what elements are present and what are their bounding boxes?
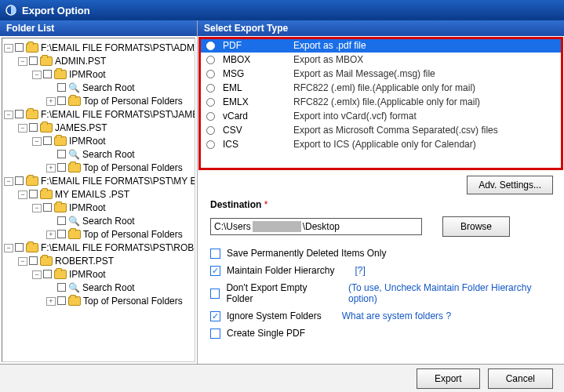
tree-checkbox[interactable]: [57, 96, 66, 105]
tree-expander[interactable]: +: [46, 164, 56, 172]
tree-item[interactable]: JAMES.PST: [55, 122, 107, 133]
export-type-row-vcard[interactable]: vCardExport into vCard(.vcf) format: [200, 109, 562, 123]
tree-item[interactable]: ROBERT.PST: [55, 256, 114, 267]
tree-item[interactable]: MY EMAILS .PST: [55, 189, 129, 200]
folder-icon: [54, 203, 67, 212]
radio-icon[interactable]: [206, 42, 215, 50]
tree-expander[interactable]: −: [32, 204, 42, 212]
tree-item[interactable]: Top of Personal Folders: [83, 296, 183, 307]
tree-expander[interactable]: −: [32, 137, 42, 146]
tree-checkbox[interactable]: [43, 270, 52, 278]
help-link[interactable]: [?]: [355, 265, 365, 276]
tree-item[interactable]: Top of Personal Folders: [83, 162, 183, 173]
tree-item[interactable]: IPMRoot: [69, 136, 106, 147]
tree-expander[interactable]: −: [32, 270, 42, 279]
tree-expander[interactable]: −: [18, 257, 27, 266]
tree-item[interactable]: ADMIN.PST: [55, 56, 106, 67]
tree-expander[interactable]: −: [4, 44, 13, 53]
folder-tree[interactable]: −F:\EMAIL FILE FORMATS\PST\ADM −ADMIN.PS…: [2, 38, 195, 362]
tree-checkbox[interactable]: [29, 256, 38, 265]
export-type-row-pdf[interactable]: PDFExport as .pdf file: [200, 38, 562, 53]
help-link[interactable]: What are system folders ?: [342, 310, 451, 321]
destination-input[interactable]: C:\Users\Desktop: [210, 218, 422, 235]
tree-checkbox[interactable]: [15, 243, 24, 252]
tree-checkbox[interactable]: [29, 190, 38, 198]
folder-list-header: Folder List: [0, 20, 197, 36]
checkbox-deleted[interactable]: [210, 249, 220, 259]
tree-checkbox[interactable]: [57, 83, 66, 92]
radio-icon[interactable]: [206, 98, 215, 107]
opt-label: Ignore System Folders: [227, 310, 322, 321]
tree-checkbox[interactable]: [57, 296, 66, 305]
cancel-button[interactable]: Cancel: [488, 368, 553, 389]
tree-expander[interactable]: +: [46, 230, 56, 239]
radio-icon[interactable]: [206, 84, 215, 93]
export-type-row-emlx[interactable]: EMLXRFC822 (.emlx) file.(Applicable only…: [200, 95, 562, 109]
tree-expander[interactable]: +: [46, 97, 56, 106]
tree-expander[interactable]: −: [18, 124, 27, 132]
tree-item[interactable]: Search Root: [82, 82, 135, 93]
export-type-row-ics[interactable]: ICSExport to ICS (Applicable only for Ca…: [200, 137, 562, 151]
folder-icon: [68, 163, 81, 172]
tree-checkbox[interactable]: [57, 163, 66, 172]
tree-expander[interactable]: −: [4, 111, 13, 119]
tree-checkbox[interactable]: [29, 56, 38, 65]
tree-root[interactable]: F:\EMAIL FILE FORMATS\PST\JAME: [41, 109, 195, 120]
export-button[interactable]: Export: [417, 368, 480, 389]
tree-root[interactable]: F:\EMAIL FILE FORMATS\PST\ADM: [41, 42, 195, 53]
tree-item[interactable]: IPMRoot: [69, 69, 106, 80]
adv-settings-button[interactable]: Adv. Settings...: [467, 176, 553, 194]
checkbox-system[interactable]: ✓: [210, 311, 220, 321]
tree-expander[interactable]: −: [18, 191, 27, 199]
folder-icon: [40, 123, 53, 132]
tree-root[interactable]: F:\EMAIL FILE FORMATS\PST\ROBE: [41, 242, 195, 253]
tree-item[interactable]: Top of Personal Folders: [83, 96, 183, 107]
tree-checkbox[interactable]: [29, 123, 38, 132]
tree-checkbox[interactable]: [15, 110, 24, 118]
export-type-list[interactable]: PDFExport as .pdf file MBOXExport as MBO…: [199, 38, 562, 169]
tree-expander[interactable]: −: [18, 57, 27, 66]
export-type-row-mbox[interactable]: MBOXExport as MBOX: [200, 53, 562, 67]
tree-checkbox[interactable]: [57, 230, 66, 238]
folder-icon: [68, 96, 81, 106]
tree-item[interactable]: Top of Personal Folders: [83, 229, 183, 240]
tree-checkbox[interactable]: [15, 176, 24, 185]
tree-expander[interactable]: −: [4, 177, 13, 186]
radio-icon[interactable]: [206, 56, 215, 64]
folder-icon: [26, 243, 38, 252]
radio-icon[interactable]: [206, 126, 215, 135]
tree-checkbox[interactable]: [15, 43, 24, 52]
tree-expander[interactable]: −: [4, 244, 13, 252]
export-type-row-csv[interactable]: CSVExport as Microsoft Comma Separated(.…: [200, 123, 562, 137]
tree-root[interactable]: F:\EMAIL FILE FORMATS\PST\MY E: [41, 176, 195, 187]
checkbox-singlepdf[interactable]: [210, 328, 220, 339]
tree-checkbox[interactable]: [43, 70, 52, 78]
opt-label: Maintain Folder Hierarchy: [227, 265, 334, 276]
destination-label: Destination: [210, 199, 261, 210]
tree-checkbox[interactable]: [43, 136, 52, 145]
opt-label: Save Permanently Deleted Items Only: [227, 248, 386, 259]
browse-button[interactable]: Browse: [442, 216, 510, 237]
redacted-block: [253, 221, 301, 232]
export-type-row-msg[interactable]: MSGExport as Mail Message(.msg) file: [200, 67, 562, 81]
export-type-row-eml[interactable]: EMLRFC822 (.eml) file.(Applicable only f…: [200, 81, 562, 95]
app-icon: [5, 4, 17, 16]
tree-checkbox[interactable]: [57, 216, 66, 225]
checkbox-empty[interactable]: [210, 289, 220, 299]
tree-item[interactable]: IPMRoot: [69, 202, 106, 213]
tree-checkbox[interactable]: [57, 150, 66, 158]
tree-item[interactable]: Search Root: [82, 216, 135, 227]
radio-icon[interactable]: [206, 112, 215, 121]
radio-icon[interactable]: [206, 140, 215, 149]
tree-item[interactable]: Search Root: [82, 282, 135, 293]
checkbox-hierarchy[interactable]: ✓: [210, 266, 220, 276]
tree-item[interactable]: Search Root: [82, 149, 135, 160]
tree-checkbox[interactable]: [43, 203, 52, 212]
search-icon: 🔍: [68, 282, 80, 293]
opt-label: Create Single PDF: [227, 328, 305, 339]
tree-expander[interactable]: −: [32, 71, 42, 79]
tree-checkbox[interactable]: [57, 283, 66, 292]
tree-expander[interactable]: +: [46, 297, 56, 306]
radio-icon[interactable]: [206, 70, 215, 78]
tree-item[interactable]: IPMRoot: [69, 269, 106, 280]
